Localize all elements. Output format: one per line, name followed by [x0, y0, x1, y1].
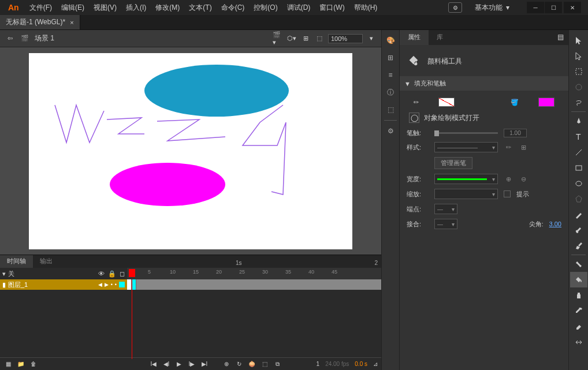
width-profile-dropdown[interactable]: ▾	[434, 174, 498, 184]
workspace-switcher[interactable]: 基本功能 ▾	[468, 2, 516, 14]
stroke-weight-slider[interactable]	[434, 132, 498, 134]
stroke-color-swatch[interactable]	[438, 98, 455, 107]
palette-icon[interactable]: 🎨	[382, 32, 399, 48]
tab-library[interactable]: 库	[429, 30, 451, 45]
polystar-tool-icon[interactable]	[570, 191, 587, 207]
lasso-tool-icon[interactable]	[570, 95, 587, 110]
menu-text[interactable]: 文本(T)	[184, 1, 216, 15]
keyframe-1[interactable]	[127, 279, 132, 290]
maximize-button[interactable]: ☐	[545, 2, 562, 13]
menu-help[interactable]: 帮助(H)	[349, 1, 382, 15]
info-icon[interactable]: ⓘ	[382, 84, 399, 100]
scene-name[interactable]: 场景 1	[35, 33, 54, 43]
canvas-stage[interactable]	[29, 53, 352, 249]
layer-name[interactable]: 图层_1	[8, 281, 28, 289]
delete-layer-icon[interactable]: 🗑	[29, 360, 38, 369]
fit-to-window-icon[interactable]: ⊞	[300, 33, 311, 44]
selection-tool-icon[interactable]	[570, 32, 587, 48]
rectangle-tool-icon[interactable]	[570, 160, 587, 175]
join-style-dropdown[interactable]: —▾	[434, 219, 457, 229]
scene-clapper-icon[interactable]: 🎬	[20, 33, 30, 44]
menu-view[interactable]: 视图(V)	[89, 1, 121, 15]
clip-content-icon[interactable]: ⬚	[314, 33, 325, 44]
zoom-input[interactable]	[328, 34, 363, 43]
components-icon[interactable]: ⚙	[382, 123, 399, 139]
cap-style-dropdown[interactable]: —▾	[434, 204, 457, 214]
layer-toggle-icon[interactable]: ▾	[2, 270, 6, 278]
timeline-menu-icon[interactable]: ⊿	[373, 361, 378, 367]
scale-dropdown[interactable]: ▾	[434, 189, 498, 199]
layer-prev-icon[interactable]: ◀	[98, 282, 102, 287]
document-tab[interactable]: 无标题-1 (WebGL)* ×	[0, 15, 80, 29]
goto-first-icon[interactable]: I◀	[149, 360, 158, 369]
close-button[interactable]: ✕	[564, 2, 581, 13]
document-tab-close-icon[interactable]: ×	[70, 19, 73, 26]
eraser-tool-icon[interactable]	[570, 319, 587, 334]
hinting-checkbox[interactable]	[504, 190, 511, 197]
onion-skin-icon[interactable]: 🧅	[247, 360, 256, 369]
edit-multiple-icon[interactable]: ⧉	[273, 360, 282, 369]
line-tool-icon[interactable]	[570, 144, 587, 160]
frame-position[interactable]: 1	[317, 361, 320, 367]
pencil-tool-icon[interactable]	[570, 207, 587, 222]
pen-tool-icon[interactable]	[570, 113, 587, 129]
bone-tool-icon[interactable]	[570, 256, 587, 272]
text-tool-icon[interactable]: T	[570, 129, 587, 144]
menu-edit[interactable]: 编辑(E)	[57, 1, 89, 15]
stroke-style-dropdown[interactable]: ———————▾	[434, 142, 498, 152]
subselection-tool-icon[interactable]	[570, 48, 587, 63]
menu-modify[interactable]: 修改(M)	[151, 1, 184, 15]
lock-header-icon[interactable]: 🔒	[108, 270, 116, 278]
new-folder-icon[interactable]: 📁	[16, 360, 25, 369]
miter-value[interactable]: 3.00	[549, 220, 561, 227]
panel-menu-icon[interactable]: ▤	[553, 30, 568, 45]
menu-debug[interactable]: 调试(D)	[282, 1, 315, 15]
manage-brushes-button[interactable]: 管理画笔	[434, 157, 472, 169]
onion-skin-outline-icon[interactable]: ⬚	[260, 360, 269, 369]
frames-cell[interactable]	[127, 279, 381, 290]
canvas-area[interactable]	[0, 47, 381, 255]
step-fwd-icon[interactable]: I▶	[187, 360, 196, 369]
goto-last-icon[interactable]: ▶I	[200, 360, 209, 369]
fill-color-swatch[interactable]	[538, 98, 554, 107]
oval-tool-icon[interactable]	[570, 175, 587, 191]
width-add-icon[interactable]: ⊕	[504, 174, 513, 184]
center-frame-icon[interactable]: ⊕	[222, 360, 231, 369]
object-drawing-toggle[interactable]: ◯	[409, 113, 419, 123]
free-transform-tool-icon[interactable]	[570, 63, 587, 79]
width-remove-icon[interactable]: ⊖	[519, 174, 528, 184]
menu-window[interactable]: 窗口(W)	[315, 1, 349, 15]
ink-bottle-tool-icon[interactable]	[570, 287, 587, 303]
eyedropper-tool-icon[interactable]	[570, 303, 587, 319]
paint-bucket-tool-icon[interactable]	[570, 272, 587, 287]
tab-output[interactable]: 输出	[33, 255, 59, 268]
tab-properties[interactable]: 属性	[400, 30, 429, 45]
minimize-button[interactable]: ─	[527, 2, 544, 13]
layer-row[interactable]: ▮ 图层_1 ◀ ▶ • •	[0, 279, 381, 290]
3d-rotation-tool-icon[interactable]	[570, 79, 587, 95]
step-back-icon[interactable]: ◀I	[162, 360, 171, 369]
transform-icon[interactable]: ⬚	[382, 102, 399, 118]
playhead[interactable]	[132, 279, 132, 359]
current-frame[interactable]	[132, 279, 136, 290]
swatches-icon[interactable]: ⊞	[382, 50, 399, 66]
tab-timeline[interactable]: 时间轴	[0, 255, 33, 268]
visibility-header-icon[interactable]: 👁	[98, 270, 105, 278]
play-icon[interactable]: ▶	[174, 360, 184, 369]
loop-icon[interactable]: ↻	[235, 360, 244, 369]
edit-style-icon[interactable]: ✏	[504, 143, 513, 152]
fill-stroke-section-header[interactable]: ▼ 填充和笔触	[400, 76, 568, 91]
layer-vis-dot[interactable]: •	[111, 282, 113, 287]
purple-scribble-lines[interactable]	[29, 53, 352, 249]
layer-name-cell[interactable]: ▮ 图层_1 ◀ ▶ • •	[0, 279, 127, 290]
zoom-dropdown-icon[interactable]: ▾	[366, 33, 377, 44]
new-layer-icon[interactable]: ▦	[3, 360, 13, 369]
layer-play-icon[interactable]: ▶	[105, 282, 109, 287]
edit-symbol-icon[interactable]: ⬡▾	[286, 33, 297, 44]
brush-preset-icon[interactable]: ⊞	[519, 143, 528, 152]
menu-commands[interactable]: 命令(C)	[217, 1, 250, 15]
stroke-weight-input[interactable]	[504, 129, 527, 137]
playhead-marker[interactable]	[129, 269, 135, 277]
scene-back-icon[interactable]: ⇦	[5, 33, 15, 44]
menu-control[interactable]: 控制(O)	[249, 1, 282, 15]
